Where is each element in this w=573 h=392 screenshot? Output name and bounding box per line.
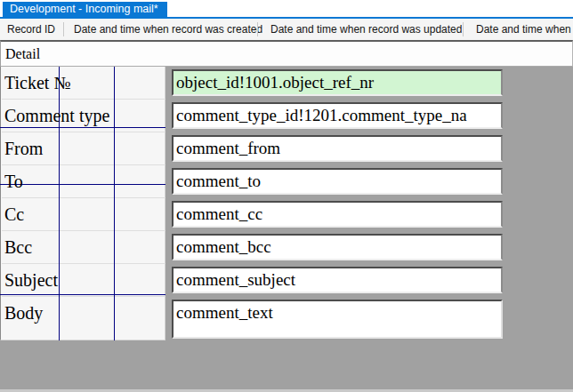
field-comment-cc[interactable]: comment_cc xyxy=(172,201,503,228)
label-body[interactable]: Body xyxy=(4,300,161,326)
label-bcc[interactable]: Bcc xyxy=(4,234,161,260)
data-field-chip-bar: Record ID Date and time when record was … xyxy=(0,19,573,40)
field-comment-bcc[interactable]: comment_bcc xyxy=(172,234,503,260)
field-comment-type[interactable]: comment_type_id!1201.comment_type_na xyxy=(172,102,503,129)
designer-window: Development - Incoming mail* Record ID D… xyxy=(0,0,573,392)
row-separator xyxy=(2,197,165,198)
chip-date-created[interactable]: Date and time when record was created xyxy=(74,19,262,40)
chip-record-id[interactable]: Record ID xyxy=(7,19,55,40)
label-from[interactable]: From xyxy=(4,135,161,162)
field-object-ref-nr[interactable]: object_id!1001.object_ref_nr xyxy=(172,69,503,96)
field-comment-subject[interactable]: comment_subject xyxy=(172,267,503,293)
row-separator xyxy=(2,230,165,231)
chip-date-updated[interactable]: Date and time when record was updated xyxy=(270,19,462,40)
chip-separator xyxy=(63,22,64,36)
row-separator xyxy=(2,296,165,297)
label-comment-type[interactable]: Comment type xyxy=(4,102,161,129)
label-cc[interactable]: Cc xyxy=(4,201,161,228)
detail-band-header[interactable]: Detail xyxy=(0,40,573,67)
label-subject[interactable]: Subject xyxy=(4,267,161,293)
detail-band-label: Detail xyxy=(5,42,40,66)
row-separator xyxy=(2,164,165,165)
horizontal-guide-line xyxy=(0,294,165,295)
chip-separator xyxy=(463,22,464,36)
label-ticket-nr[interactable]: Ticket № xyxy=(4,69,161,96)
row-separator xyxy=(2,263,165,264)
tab-development-incoming-mail[interactable]: Development - Incoming mail* xyxy=(3,2,167,17)
tab-bar: Development - Incoming mail* xyxy=(0,0,573,17)
row-separator xyxy=(2,99,165,100)
label-to[interactable]: To xyxy=(4,168,161,195)
field-comment-from[interactable]: comment_from xyxy=(172,135,503,162)
field-comment-to[interactable]: comment_to xyxy=(172,168,503,195)
chip-separator xyxy=(257,22,258,36)
chip-date-clipped[interactable]: Date and time when r xyxy=(476,19,573,40)
row-separator xyxy=(2,132,165,132)
field-comment-text[interactable]: comment_text xyxy=(172,300,503,339)
